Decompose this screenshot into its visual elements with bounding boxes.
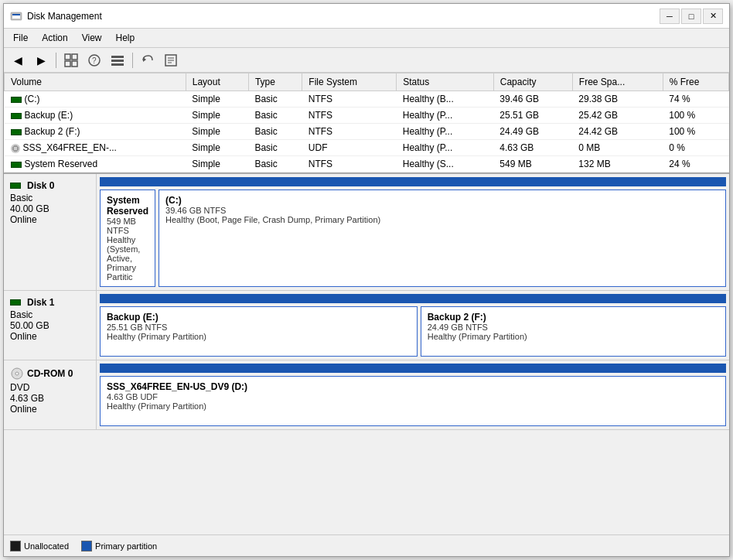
legend-unallocated-label: Unallocated — [24, 541, 69, 551]
col-type: Type — [248, 73, 302, 91]
list-button[interactable] — [107, 51, 128, 70]
partition-status: Healthy (System, Active, Primary Partiti… — [107, 235, 148, 282]
svg-text:?: ? — [92, 56, 97, 65]
legend-unallocated: Unallocated — [10, 541, 69, 551]
disk-icon — [11, 129, 22, 135]
cell-filesystem: NTFS — [302, 91, 397, 108]
hdd-icon — [10, 183, 21, 189]
table-row[interactable]: SSS_X64FREE_EN-... Simple Basic UDF Heal… — [5, 140, 729, 156]
cell-capacity: 24.49 GB — [493, 124, 572, 140]
col-capacity: Capacity — [493, 73, 572, 91]
cell-pctfree: 24 % — [663, 156, 728, 172]
content-area: Volume Layout Type File System Status Ca… — [4, 73, 729, 556]
cell-capacity: 25.51 GB — [493, 108, 572, 124]
cell-layout: Simple — [186, 140, 248, 156]
cell-type: Basic — [248, 108, 302, 124]
legend: Unallocated Primary partition — [4, 534, 729, 556]
title-bar: Disk Management ─ □ ✕ — [4, 4, 729, 29]
bar-segment-0 — [100, 364, 726, 373]
partition-cell-0[interactable]: System Reserved 549 MB NTFS Healthy (Sys… — [100, 190, 155, 287]
table-row[interactable]: System Reserved Simple Basic NTFS Health… — [5, 156, 729, 172]
back-button[interactable]: ◀ — [7, 51, 29, 70]
bar-segment-0 — [100, 177, 118, 186]
partition-size: 4.63 GB UDF — [107, 392, 719, 401]
edit-button[interactable] — [160, 51, 182, 70]
disk-partitions-0: System Reserved 549 MB NTFS Healthy (Sys… — [97, 174, 729, 290]
minimize-button[interactable]: ─ — [660, 9, 680, 24]
disk-row-1: Disk 1 Basic 50.00 GB Online Backup (E:)… — [4, 291, 729, 360]
cell-status: Healthy (P... — [397, 124, 494, 140]
help-icon: ? — [87, 53, 101, 67]
list-icon — [111, 53, 124, 67]
disk-label-1: Disk 1 Basic 50.00 GB Online — [4, 291, 97, 360]
svg-rect-10 — [111, 60, 124, 62]
partition-size: 24.49 GB NTFS — [428, 323, 719, 332]
cell-freespace: 0 MB — [572, 140, 663, 156]
cell-type: Basic — [248, 124, 302, 140]
toolbar-sep-2 — [132, 53, 133, 68]
cell-layout: Simple — [186, 124, 248, 140]
hdd-icon — [10, 299, 21, 306]
table-row[interactable]: Backup 2 (F:) Simple Basic NTFS Healthy … — [5, 124, 729, 140]
svg-marker-12 — [143, 57, 146, 62]
cell-freespace: 132 MB — [572, 156, 663, 172]
disk-size: 40.00 GB — [10, 203, 90, 214]
cell-freespace: 25.42 GB — [572, 108, 663, 124]
cell-freespace: 29.38 GB — [572, 91, 663, 108]
undo-button[interactable] — [137, 51, 159, 70]
cell-layout: Simple — [186, 108, 248, 124]
app-icon — [10, 10, 22, 22]
cdrom-icon — [10, 367, 24, 381]
main-window: Disk Management ─ □ ✕ File Action View H… — [3, 3, 730, 557]
cell-capacity: 549 MB — [493, 156, 572, 172]
disk-label-2: CD-ROM 0 DVD 4.63 GB Online — [4, 360, 97, 429]
maximize-button[interactable]: □ — [681, 9, 701, 24]
close-button[interactable]: ✕ — [703, 9, 723, 24]
disk-icon — [11, 162, 22, 168]
disk-row-2: CD-ROM 0 DVD 4.63 GB Online SSS_X64FREE_… — [4, 360, 729, 430]
partition-cell-0[interactable]: SSS_X64FREE_EN-US_DV9 (D:) 4.63 GB UDF H… — [100, 376, 726, 426]
menu-file[interactable]: File — [7, 30, 34, 46]
edit-icon — [164, 53, 178, 67]
undo-icon — [141, 53, 155, 67]
cell-type: Basic — [248, 91, 302, 108]
disk-status: Online — [10, 331, 90, 342]
svg-rect-5 — [65, 61, 70, 67]
cell-filesystem: NTFS — [302, 124, 397, 140]
partition-name: Backup (E:) — [107, 312, 411, 323]
col-layout: Layout — [186, 73, 248, 91]
cell-capacity: 39.46 GB — [493, 91, 572, 108]
svg-rect-6 — [72, 61, 77, 67]
help-button[interactable]: ? — [84, 51, 105, 70]
cell-status: Healthy (S... — [397, 156, 494, 172]
cell-status: Healthy (B... — [397, 91, 494, 108]
disk-type: Basic — [10, 193, 90, 203]
menu-help[interactable]: Help — [110, 30, 141, 46]
table-row[interactable]: Backup (E:) Simple Basic NTFS Healthy (P… — [5, 108, 729, 124]
toolbar-sep-1 — [56, 53, 56, 68]
disk-icon — [11, 97, 22, 103]
table-row[interactable]: (C:) Simple Basic NTFS Healthy (B... 39.… — [5, 91, 729, 108]
partition-cell-1[interactable]: Backup 2 (F:) 24.49 GB NTFS Healthy (Pri… — [421, 306, 726, 357]
grid-button[interactable] — [60, 51, 82, 70]
col-filesystem: File System — [302, 73, 397, 91]
partition-bar-row-1 — [100, 294, 726, 303]
cell-pctfree: 74 % — [663, 91, 728, 108]
cell-layout: Simple — [186, 91, 248, 108]
menu-bar: File Action View Help — [4, 29, 729, 48]
disk-viz-area[interactable]: Disk 0 Basic 40.00 GB Online System Rese… — [4, 174, 729, 534]
partition-size: 39.46 GB NTFS — [165, 206, 719, 215]
bar-segment-0 — [100, 294, 419, 303]
partition-status: Healthy (Primary Partition) — [107, 401, 719, 411]
forward-button[interactable]: ▶ — [30, 51, 52, 70]
title-bar-left: Disk Management — [10, 10, 102, 22]
partition-cell-1[interactable]: (C:) 39.46 GB NTFS Healthy (Boot, Page F… — [159, 190, 726, 287]
svg-point-18 — [15, 372, 19, 375]
volumes-table: Volume Layout Type File System Status Ca… — [4, 73, 729, 172]
col-freespace: Free Spa... — [572, 73, 663, 91]
cell-capacity: 4.63 GB — [493, 140, 572, 156]
menu-view[interactable]: View — [76, 30, 108, 46]
legend-unallocated-box — [10, 541, 21, 551]
partition-cell-0[interactable]: Backup (E:) 25.51 GB NTFS Healthy (Prima… — [100, 306, 418, 357]
menu-action[interactable]: Action — [36, 30, 73, 46]
